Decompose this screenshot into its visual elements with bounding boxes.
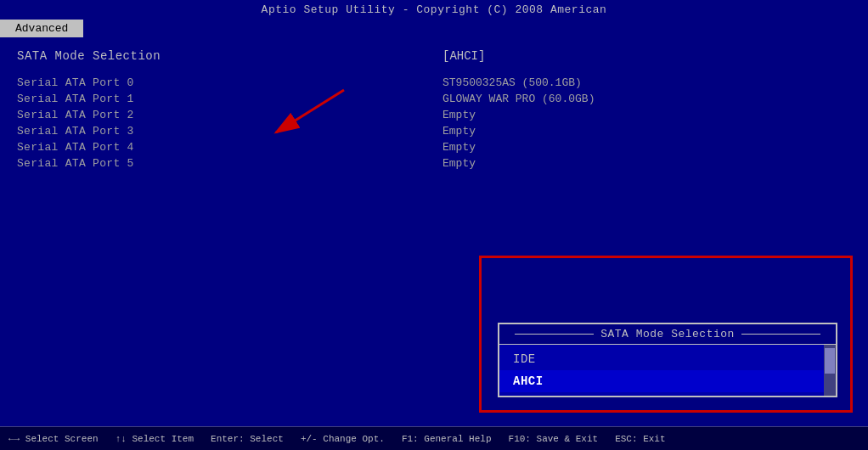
- popup-scrollbar[interactable]: [824, 345, 836, 396]
- header-title: Aptio Setup Utility - Copyright (C) 2008…: [262, 3, 607, 16]
- bottom-select-item: ↑↓ Select Item: [116, 434, 194, 444]
- bottom-enter: Enter: Select: [211, 434, 284, 444]
- bottom-select-screen: ←→ Select Screen: [8, 434, 99, 444]
- popup-scrollbar-thumb: [825, 348, 835, 374]
- tab-row: Advanced: [0, 18, 868, 37]
- content-row: SATA Mode Selection Serial ATA Port 0 Se…: [17, 49, 851, 173]
- port-3-value: Empty: [442, 125, 851, 138]
- left-column: SATA Mode Selection Serial ATA Port 0 Se…: [17, 49, 434, 173]
- port-0-label: Serial ATA Port 0: [17, 76, 426, 89]
- port-3-label: Serial ATA Port 3: [17, 125, 426, 138]
- port-2-label: Serial ATA Port 2: [17, 109, 426, 121]
- port-5-label: Serial ATA Port 5: [17, 157, 426, 170]
- header-bar: Aptio Setup Utility - Copyright (C) 2008…: [0, 0, 868, 18]
- bottom-esc: ESC: Exit: [615, 434, 665, 444]
- right-column: [AHCI] ST9500325AS (500.1GB) GLOWAY WAR …: [434, 49, 851, 173]
- bottom-bar: ←→ Select Screen ↑↓ Select Item Enter: S…: [0, 426, 868, 450]
- port-1-label: Serial ATA Port 1: [17, 93, 426, 105]
- sata-mode-value: [AHCI]: [442, 49, 851, 63]
- sata-mode-popup: SATA Mode Selection IDE AHCI: [498, 323, 837, 397]
- port-0-value: ST9500325AS (500.1GB): [442, 76, 851, 89]
- main-content: SATA Mode Selection Serial ATA Port 0 Se…: [0, 37, 868, 438]
- port-1-value: GLOWAY WAR PRO (60.0GB): [442, 93, 851, 105]
- popup-options-list: IDE AHCI: [499, 345, 836, 396]
- port-4-value: Empty: [442, 141, 851, 154]
- popup-title: SATA Mode Selection: [499, 324, 836, 345]
- tab-advanced[interactable]: Advanced: [0, 20, 83, 37]
- bottom-change: +/- Change Opt.: [301, 434, 385, 444]
- port-2-value: Empty: [442, 109, 851, 121]
- port-4-label: Serial ATA Port 4: [17, 141, 426, 154]
- sata-mode-label: SATA Mode Selection: [17, 49, 426, 63]
- popup-option-ide[interactable]: IDE: [499, 348, 836, 370]
- bottom-f1: F1: General Help: [402, 434, 492, 444]
- bottom-f10: F10: Save & Exit: [509, 434, 599, 444]
- port-5-value: Empty: [442, 157, 851, 170]
- popup-option-ahci[interactable]: AHCI: [499, 370, 836, 392]
